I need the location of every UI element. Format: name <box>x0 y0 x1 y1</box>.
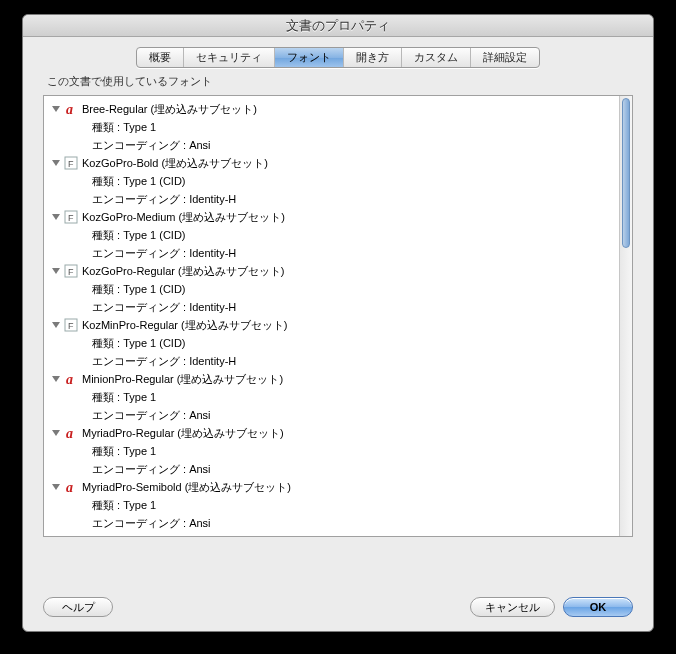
font-header[interactable]: aMyriadPro-Semibold (埋め込みサブセット) <box>44 478 619 496</box>
font-type-row: 種類 : Type 1 <box>44 496 619 514</box>
disclosure-triangle-icon[interactable] <box>52 160 60 166</box>
font-type-row: 種類 : Type 1 <box>44 388 619 406</box>
dialog-button-bar: ヘルプ キャンセル OK <box>23 587 653 631</box>
font-encoding-row: エンコーディング : Ansi <box>44 406 619 424</box>
font-type-icon: F <box>64 210 78 224</box>
font-header[interactable]: aMyriadPro-Regular (埋め込みサブセット) <box>44 424 619 442</box>
font-name: KozGoPro-Regular (埋め込みサブセット) <box>82 263 284 279</box>
font-type-row: 種類 : Type 1 (CID) <box>44 172 619 190</box>
font-type-icon: a <box>64 480 78 494</box>
font-name: MyriadPro-Semibold (埋め込みサブセット) <box>82 479 291 495</box>
window-title: 文書のプロパティ <box>286 17 390 35</box>
font-item: aMinionPro-Regular (埋め込みサブセット)種類 : Type … <box>44 370 619 424</box>
font-item: FKozGoPro-Bold (埋め込みサブセット)種類 : Type 1 (C… <box>44 154 619 208</box>
tab-bar: 概要セキュリティフォント開き方カスタム詳細設定 <box>23 37 653 74</box>
font-item: FKozGoPro-Regular (埋め込みサブセット)種類 : Type 1… <box>44 262 619 316</box>
tab-2[interactable]: フォント <box>275 48 344 67</box>
font-header[interactable]: FKozGoPro-Medium (埋め込みサブセット) <box>44 208 619 226</box>
font-item: aBree-Regular (埋め込みサブセット)種類 : Type 1エンコー… <box>44 100 619 154</box>
font-encoding-row: エンコーディング : Ansi <box>44 136 619 154</box>
font-type-icon: F <box>64 264 78 278</box>
font-type-row: 種類 : Type 1 (CID) <box>44 226 619 244</box>
svg-text:F: F <box>68 267 74 277</box>
font-type-icon: a <box>64 426 78 440</box>
cancel-button-label: キャンセル <box>485 600 540 615</box>
document-properties-dialog: 文書のプロパティ 概要セキュリティフォント開き方カスタム詳細設定 この文書で使用… <box>22 14 654 632</box>
tab-1[interactable]: セキュリティ <box>184 48 275 67</box>
font-type-row: 種類 : Type 1 (CID) <box>44 280 619 298</box>
font-encoding-row: エンコーディング : Identity-H <box>44 190 619 208</box>
svg-text:F: F <box>68 159 74 169</box>
font-header[interactable]: FKozMinPro-Regular (埋め込みサブセット) <box>44 316 619 334</box>
window-titlebar[interactable]: 文書のプロパティ <box>23 15 653 37</box>
font-encoding-row: エンコーディング : Identity-H <box>44 244 619 262</box>
tab-5[interactable]: 詳細設定 <box>471 48 539 67</box>
disclosure-triangle-icon[interactable] <box>52 106 60 112</box>
scrollbar-thumb[interactable] <box>622 98 630 248</box>
font-encoding-row: エンコーディング : Ansi <box>44 514 619 532</box>
font-type-row: 種類 : Type 1 (CID) <box>44 334 619 352</box>
svg-text:a: a <box>66 480 73 494</box>
font-type-row: 種類 : Type 1 <box>44 118 619 136</box>
disclosure-triangle-icon[interactable] <box>52 268 60 274</box>
font-type-icon: F <box>64 156 78 170</box>
font-list: aBree-Regular (埋め込みサブセット)種類 : Type 1エンコー… <box>43 95 633 537</box>
font-type-row: 種類 : Type 1 <box>44 442 619 460</box>
svg-text:a: a <box>66 102 73 116</box>
tab-0[interactable]: 概要 <box>137 48 184 67</box>
font-name: KozGoPro-Bold (埋め込みサブセット) <box>82 155 268 171</box>
disclosure-triangle-icon[interactable] <box>52 430 60 436</box>
svg-text:a: a <box>66 426 73 440</box>
help-button[interactable]: ヘルプ <box>43 597 113 617</box>
disclosure-triangle-icon[interactable] <box>52 376 60 382</box>
ok-button-label: OK <box>590 601 607 613</box>
font-name: MinionPro-Regular (埋め込みサブセット) <box>82 371 283 387</box>
scrollbar[interactable] <box>619 96 632 536</box>
disclosure-triangle-icon[interactable] <box>52 214 60 220</box>
disclosure-triangle-icon[interactable] <box>52 484 60 490</box>
font-type-icon: F <box>64 318 78 332</box>
tab-3[interactable]: 開き方 <box>344 48 402 67</box>
svg-text:F: F <box>68 321 74 331</box>
tab-4[interactable]: カスタム <box>402 48 471 67</box>
font-item: aMyriadPro-Regular (埋め込みサブセット)種類 : Type … <box>44 424 619 478</box>
disclosure-triangle-icon[interactable] <box>52 322 60 328</box>
help-button-label: ヘルプ <box>62 600 95 615</box>
font-item: aMyriadPro-Semibold (埋め込みサブセット)種類 : Type… <box>44 478 619 532</box>
svg-text:F: F <box>68 213 74 223</box>
font-type-icon: a <box>64 102 78 116</box>
font-item: FKozMinPro-Regular (埋め込みサブセット)種類 : Type … <box>44 316 619 370</box>
font-name: MyriadPro-Regular (埋め込みサブセット) <box>82 425 284 441</box>
font-name: KozMinPro-Regular (埋め込みサブセット) <box>82 317 287 333</box>
font-encoding-row: エンコーディング : Identity-H <box>44 352 619 370</box>
cancel-button[interactable]: キャンセル <box>470 597 555 617</box>
font-encoding-row: エンコーディング : Ansi <box>44 460 619 478</box>
section-label: この文書で使用しているフォント <box>23 74 653 95</box>
font-item: FKozGoPro-Medium (埋め込みサブセット)種類 : Type 1 … <box>44 208 619 262</box>
font-header[interactable]: aMinionPro-Regular (埋め込みサブセット) <box>44 370 619 388</box>
font-name: KozGoPro-Medium (埋め込みサブセット) <box>82 209 285 225</box>
font-header[interactable]: FKozGoPro-Bold (埋め込みサブセット) <box>44 154 619 172</box>
font-encoding-row: エンコーディング : Identity-H <box>44 298 619 316</box>
font-type-icon: a <box>64 372 78 386</box>
svg-text:a: a <box>66 372 73 386</box>
ok-button[interactable]: OK <box>563 597 633 617</box>
font-name: Bree-Regular (埋め込みサブセット) <box>82 101 257 117</box>
font-header[interactable]: aBree-Regular (埋め込みサブセット) <box>44 100 619 118</box>
font-header[interactable]: FKozGoPro-Regular (埋め込みサブセット) <box>44 262 619 280</box>
